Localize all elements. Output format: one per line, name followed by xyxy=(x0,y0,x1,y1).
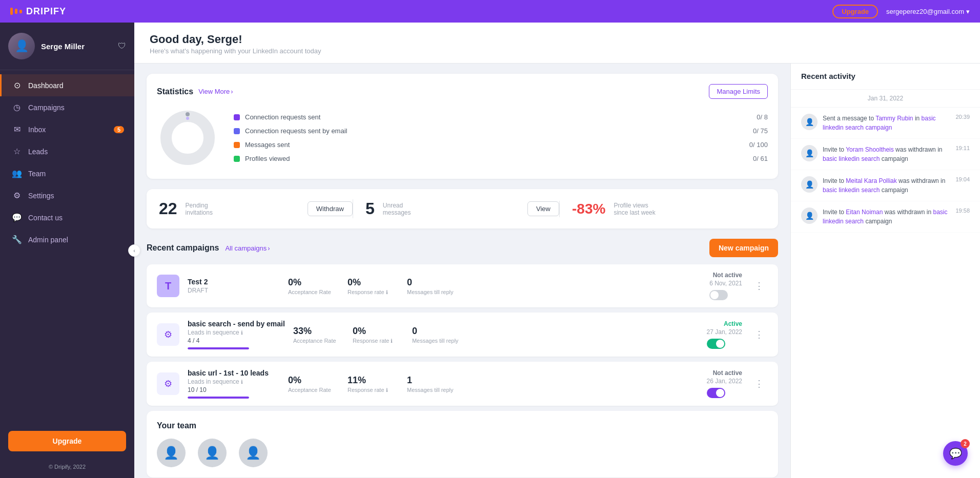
sidebar-item-label: Campaigns xyxy=(28,103,65,112)
metric-profile-views: -83% Profile viewssince last week xyxy=(559,201,766,217)
view-more-link[interactable]: View More › xyxy=(198,88,233,95)
avatar: 👤 xyxy=(8,33,35,59)
view-button[interactable]: View xyxy=(527,201,559,216)
sidebar-item-team[interactable]: 👥 Team xyxy=(0,162,134,184)
activity-time-4: 19:58 xyxy=(955,207,970,214)
campaign-status-text: DRAFT xyxy=(188,287,280,294)
topnav-upgrade-button[interactable]: Upgrade xyxy=(832,5,878,18)
content-grid: Statistics View More › Manage Limits xyxy=(134,64,980,478)
status-badge: Not active xyxy=(709,272,742,279)
logo-bar-3 xyxy=(19,10,22,13)
all-campaigns-link[interactable]: All campaigns › xyxy=(225,244,270,252)
svg-point-1 xyxy=(170,120,206,156)
leads-icon: ☆ xyxy=(12,147,22,156)
campaign-name: basic url - 1st - 10 leads xyxy=(188,369,280,377)
stat-value-3: 0/ 100 xyxy=(749,141,768,149)
new-campaign-button[interactable]: New campaign xyxy=(709,239,778,257)
campaigns-title: Recent campaigns xyxy=(147,243,219,253)
activity-title: Recent activity xyxy=(801,72,855,80)
sidebar-item-leads[interactable]: ☆ Leads xyxy=(0,140,134,162)
content-left: Statistics View More › Manage Limits xyxy=(134,64,790,478)
campaign-toggle-test2[interactable] xyxy=(709,290,728,300)
activity-campaign-link-2[interactable]: basic linkedin search xyxy=(823,155,880,162)
stat-value-2: 0/ 75 xyxy=(753,127,768,135)
activity-header: Recent activity xyxy=(791,64,980,90)
campaign-toggle-basic-url[interactable] xyxy=(707,388,725,398)
sidebar-item-admin-panel[interactable]: 🔧 Admin panel xyxy=(0,228,134,251)
stat-dot-3 xyxy=(234,142,240,148)
topnav: DRIPIFY Upgrade sergeperez20@gmail.com ▾ xyxy=(0,0,980,23)
campaign-more-button-basic-search[interactable]: ⋮ xyxy=(750,327,768,342)
sidebar-collapse-button[interactable]: ‹ xyxy=(128,244,140,257)
shield-icon: 🛡 xyxy=(118,41,126,51)
stat-dot-1 xyxy=(234,114,240,120)
donut-chart xyxy=(157,107,218,169)
withdraw-button[interactable]: Withdraw xyxy=(308,201,353,216)
chevron-right-icon: › xyxy=(231,88,233,95)
campaign-icon-test2: T xyxy=(157,275,179,297)
team-member-2: 👤 xyxy=(198,439,227,467)
campaign-status-basic-url: Not active 26 Jan, 2022 xyxy=(707,369,742,398)
activity-campaign-link-4[interactable]: basic linkedin search xyxy=(823,209,947,225)
campaign-info-basic-url: basic url - 1st - 10 leads Leads in sequ… xyxy=(188,369,280,399)
campaigns-section: Recent campaigns All campaigns › New cam… xyxy=(147,239,778,406)
stat-label-1: Connection requests sent xyxy=(245,113,320,121)
sidebar-item-dashboard[interactable]: ⊙ Dashboard xyxy=(0,74,134,96)
metrics-row: 22 Pendinginvitations Withdraw 5 Unreadm… xyxy=(147,189,778,228)
sidebar: 👤 Serge Miller 🛡 ⊙ Dashboard ◷ Campaigns… xyxy=(0,23,134,478)
activity-avatar-1: 👤 xyxy=(801,114,818,130)
statistics-card: Statistics View More › Manage Limits xyxy=(147,74,778,179)
team-icon: 👥 xyxy=(12,169,22,178)
sidebar-item-settings[interactable]: ⚙ Settings xyxy=(0,184,134,206)
stat-value-1: 0/ 8 xyxy=(757,113,768,121)
campaign-response-basic-url: 11% Response rate ℹ xyxy=(348,375,399,393)
activity-text-4: Invite to Eitan Noiman was withdrawn in … xyxy=(823,207,950,226)
chat-bubble[interactable]: 💬 2 xyxy=(943,441,968,466)
campaign-card-basic-search: ⚙ basic search - send by email Leads in … xyxy=(147,313,778,357)
campaign-acceptance-basic-search: 33% Acceptance Rate xyxy=(293,326,344,344)
topnav-user-email[interactable]: sergeperez20@gmail.com ▾ xyxy=(886,8,970,15)
activity-avatar-3: 👤 xyxy=(801,176,818,193)
activity-person-link-1[interactable]: Tammy Rubin xyxy=(875,115,913,122)
campaigns-icon: ◷ xyxy=(12,102,22,112)
stat-row: Connection requests sent 0/ 8 xyxy=(234,110,768,124)
sidebar-item-contact-us[interactable]: 💬 Contact us xyxy=(0,206,134,228)
stats-items: Connection requests sent 0/ 8 Connection… xyxy=(234,110,768,165)
activity-time-2: 19:11 xyxy=(955,145,970,151)
sidebar-upgrade-button[interactable]: Upgrade xyxy=(8,431,126,451)
campaign-status-test2: Not active 6 Nov, 2021 xyxy=(709,272,742,300)
activity-person-link-2[interactable]: Yoram Shooltheis xyxy=(846,146,894,153)
pending-label: Pendinginvitations xyxy=(186,202,213,216)
sidebar-item-campaigns[interactable]: ◷ Campaigns xyxy=(0,96,134,118)
profile-views-number: -83% xyxy=(572,201,605,217)
activity-avatar-2: 👤 xyxy=(801,145,818,161)
logo-icon xyxy=(10,8,22,15)
campaign-name: Test 2 xyxy=(188,278,280,286)
stat-dot-4 xyxy=(234,156,240,162)
sidebar-item-inbox[interactable]: ✉ Inbox 5 xyxy=(0,118,134,140)
sidebar-item-label: Settings xyxy=(28,192,54,200)
team-member-3: 👤 xyxy=(239,439,268,467)
campaign-more-button-basic-url[interactable]: ⋮ xyxy=(750,376,768,391)
sidebar-nav: ⊙ Dashboard ◷ Campaigns ✉ Inbox 5 ☆ Lead… xyxy=(0,70,134,423)
stat-row: Messages sent 0/ 100 xyxy=(234,138,768,152)
campaign-toggle-basic-search[interactable] xyxy=(707,339,725,349)
activity-text-2: Invite to Yoram Shooltheis was withdrawn… xyxy=(823,145,950,163)
activity-person-link-3[interactable]: Meital Kara Polliak xyxy=(846,177,896,184)
profile-views-label: Profile viewssince last week xyxy=(614,202,655,216)
stat-label-4: Profiles viewed xyxy=(245,155,290,162)
sidebar-footer: © Dripify, 2022 xyxy=(0,460,134,478)
campaign-more-button-test2[interactable]: ⋮ xyxy=(750,278,768,294)
stat-dot-2 xyxy=(234,128,240,134)
team-member-1: 👤 xyxy=(157,439,186,467)
page-header: Good day, Serge! Here's what's happening… xyxy=(134,23,980,64)
activity-date-separator: Jan 31, 2022 xyxy=(791,90,980,108)
sidebar-item-label: Team xyxy=(28,170,46,178)
activity-item-2: 👤 Invite to Yoram Shooltheis was withdra… xyxy=(791,139,980,170)
activity-campaign-link-3[interactable]: basic linkedin search xyxy=(823,186,880,194)
campaign-messages-basic-search: 0 Messages till reply xyxy=(412,326,463,344)
sidebar-item-label: Contact us xyxy=(28,214,63,222)
activity-person-link-4[interactable]: Eitan Noiman xyxy=(846,209,883,216)
avatar-image: 👤 xyxy=(8,33,35,59)
manage-limits-button[interactable]: Manage Limits xyxy=(709,84,768,99)
